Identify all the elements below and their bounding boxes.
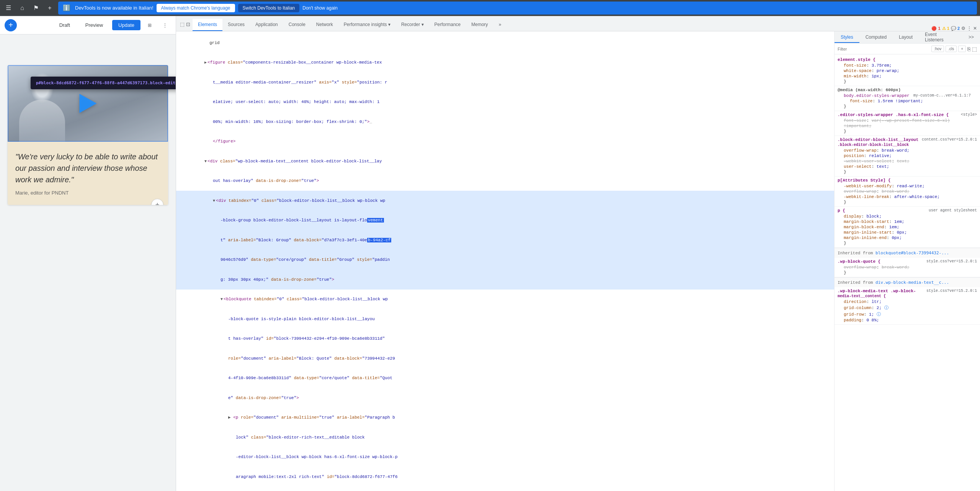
more-options-button[interactable]: ⋮ [159, 19, 171, 31]
chrome-flag-icon[interactable]: ⚑ [31, 3, 41, 13]
style-prop[interactable]: grid-row: 1; ⓘ [838, 311, 977, 318]
inherited-from-blockquote: Inherited from blockquote#block-73994432… [835, 248, 980, 258]
tab-layout[interactable]: Layout [893, 32, 919, 43]
style-selector: p[Attributes Style] { [838, 178, 977, 183]
style-prop[interactable]: margin-block-end: 1em; [838, 224, 977, 230]
tab-network[interactable]: Network [311, 19, 338, 31]
style-selector: .wp-block-quote { style.css?ver=15.2.0:1 [838, 259, 977, 264]
style-prop-close: } [838, 200, 977, 205]
devtools-pointer-icon[interactable]: ⊡ [186, 21, 190, 27]
style-prop[interactable]: grid-column: 2; ⓘ [838, 304, 977, 311]
style-rule-p-agent: p { user agent stylesheet display: block… [835, 207, 980, 248]
tab-elements[interactable]: Elements [193, 19, 222, 31]
chrome-topbar: ☰ ⌂ ⚑ + ℹ️ DevTools is now available in … [0, 0, 980, 16]
update-button[interactable]: Update [112, 20, 140, 30]
add-block-button[interactable]: + [5, 19, 17, 31]
editor-content: p#block-8dcd6872-f677-47f6-88f8-a447d639… [0, 34, 176, 491]
style-prop[interactable]: -webkit-line-break: after-white-space; [838, 194, 977, 200]
style-prop-close: } [838, 241, 977, 246]
filter-cls-button[interactable]: .cls [946, 46, 957, 52]
filter-plus-button[interactable]: + [958, 46, 966, 52]
style-prop[interactable]: position: relative; [838, 153, 977, 159]
warn-badge: ⚠ 1 [942, 26, 949, 31]
html-line: e" data-is-drop-zone="true"> [176, 388, 834, 408]
devtools-inspect-icon[interactable]: ⬚ [180, 21, 185, 27]
filter-input[interactable] [838, 47, 931, 51]
dismiss-notice-button[interactable]: Don't show again [302, 5, 338, 11]
html-line: role="document" aria-label="Block: Quote… [176, 349, 834, 368]
style-prop[interactable]: white-space: pre-wrap; [838, 68, 977, 74]
styles-tab-bar: Styles Computed Layout Event Listeners >… [835, 31, 980, 44]
tab-computed[interactable]: Computed [859, 32, 893, 43]
style-rule-attr: p[Attributes Style] { -webkit-user-modif… [835, 177, 980, 207]
html-line: -block-quote is-style-plain block-editor… [176, 309, 834, 329]
devtools-panel: ⬚ ⊡ Elements Sources Application Console… [176, 16, 980, 491]
style-prop[interactable]: font-size: 3.75rem; [838, 63, 977, 68]
filter-hov-button[interactable]: :hov [931, 46, 944, 52]
html-line: -editor-block-list__block wp-block has-6… [176, 447, 834, 467]
tab-performance[interactable]: Performance [429, 19, 466, 31]
style-prop-close: } [838, 169, 977, 175]
style-selector-cont: media-text__content { [838, 294, 977, 298]
style-prop[interactable]: user-select: text; [838, 164, 977, 169]
style-prop[interactable]: overflow-wrap: break-word; [838, 265, 977, 270]
devtools-settings-icon[interactable]: ⚙ [961, 26, 965, 31]
draft-tab[interactable]: Draft [53, 20, 76, 30]
tab-memory[interactable]: Memory [466, 19, 493, 31]
styles-inspect-icon[interactable]: ⬚ [972, 46, 977, 52]
tooltip-selector: p#block-8dcd6872-f677-47f6-88f8-a447d639… [36, 80, 176, 85]
style-prop[interactable]: min-width: 1px; [838, 74, 977, 79]
style-prop[interactable]: overflow-wrap: break-word; [838, 189, 977, 194]
layout-toggle-button[interactable]: ⊞ [144, 19, 156, 31]
switch-devtools-button[interactable]: Switch DevTools to Italian [238, 4, 300, 12]
tab-application[interactable]: Application [250, 19, 283, 31]
style-prop[interactable]: margin-inline-start: 0px; [838, 230, 977, 235]
html-line-selected[interactable]: ▼<div tabindex="0" class="block-editor-b… [176, 191, 834, 211]
style-prop[interactable]: display: block; [838, 214, 977, 219]
quote-author: Marie, editor for PNDNT [15, 190, 160, 196]
devtools-dots-icon[interactable]: ⋮ [967, 26, 972, 31]
play-button-overlay[interactable] [79, 94, 96, 113]
style-prop[interactable]: margin-block-start: 1em; [838, 219, 977, 224]
style-prop[interactable]: -webkit-user-modify: read-write; [838, 183, 977, 189]
style-prop[interactable]: -webkit-user-select: text; [838, 159, 977, 164]
devtools-close-icon[interactable]: ✕ [973, 26, 977, 31]
html-line: ▶<figure class="components-resizable-box… [176, 53, 834, 73]
chrome-add-tab-icon[interactable]: + [44, 3, 55, 13]
tab-performance-insights[interactable]: Performance insights ▾ [338, 19, 396, 31]
quote-text: "We're very lucky to be able to write ab… [15, 151, 160, 185]
tab-styles[interactable]: Styles [835, 32, 859, 43]
html-line[interactable]: ▶ <p role="document" aria-multiline="tru… [176, 408, 834, 428]
filter-buttons: :hov .cls + ⎘ ⬚ [931, 46, 977, 52]
style-prop[interactable]: !important; [838, 123, 977, 129]
html-line: t__media editor-media-container__resizer… [176, 72, 834, 92]
html-line: t has-overlay" id="block-73994432-e294-4… [176, 329, 834, 349]
error-badge: 🔴 1 [931, 26, 940, 31]
style-rule-media: @media (max-width: 600px) body.editor-st… [835, 86, 980, 111]
style-prop-close: } [838, 104, 977, 109]
html-line: t" aria-label="Block: Group" data-block=… [176, 230, 834, 250]
style-prop[interactable]: direction: ltr; [838, 299, 977, 304]
tab-more-styles[interactable]: >> [962, 32, 980, 43]
devtools-notice-bar: ℹ️ DevTools is now available in Italian!… [58, 2, 977, 15]
styles-copy-icon[interactable]: ⎘ [967, 46, 970, 52]
tab-recorder[interactable]: Recorder ▾ [396, 19, 429, 31]
style-prop[interactable]: padding: 0 8%; [838, 318, 977, 323]
html-line: -88f8-a447d6397173" data-block="8dcd6872… [176, 487, 834, 491]
style-selector-block: .block-editor-block-list__block [838, 143, 977, 147]
style-prop[interactable]: overflow-wrap: break-word; [838, 148, 977, 153]
style-prop[interactable]: font-size: var(--wp-preset-font-size-6-x… [838, 118, 977, 123]
chrome-home-icon[interactable]: ⌂ [17, 3, 28, 13]
chrome-menu-icon[interactable]: ☰ [3, 3, 14, 13]
tab-console[interactable]: Console [283, 19, 311, 31]
preview-tab[interactable]: Preview [79, 20, 109, 30]
style-prop[interactable]: margin-inline-end: 0px; [838, 235, 977, 241]
tab-sources[interactable]: Sources [222, 19, 250, 31]
styles-filter-bar: :hov .cls + ⎘ ⬚ [835, 44, 980, 54]
style-selector: .editor-styles-wrapper .has-6-xl-font-si… [838, 113, 977, 117]
style-prop-close: } [838, 79, 977, 84]
style-prop: font-size: 1.5rem !important; [838, 98, 977, 104]
style-selector: @media (max-width: 600px) [838, 88, 977, 92]
match-language-button[interactable]: Always match Chrome's language [157, 4, 235, 12]
tab-more[interactable]: » [493, 19, 507, 31]
